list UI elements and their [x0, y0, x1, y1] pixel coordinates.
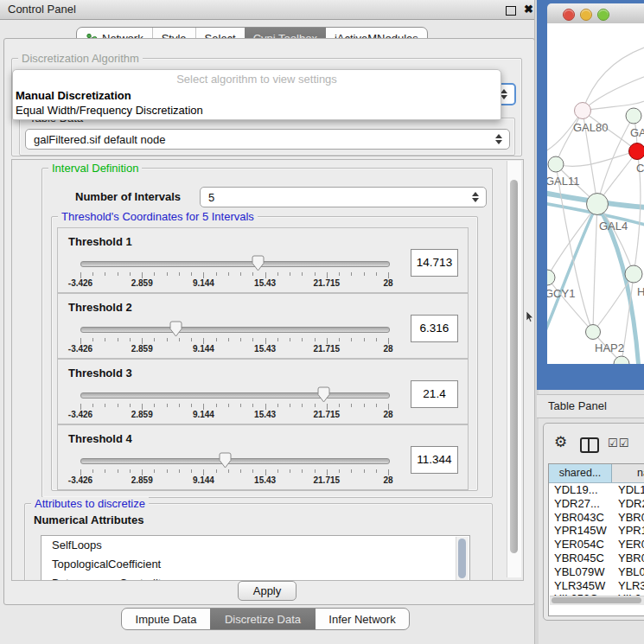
network-edge[interactable] — [593, 204, 597, 332]
network-view-window: GAL80GACGAL11GAL4GCY1HHAP2 — [537, 0, 644, 390]
table-row[interactable]: YBR045CYBR0 — [549, 552, 644, 565]
threshold-2-value-field[interactable]: 6.316 — [411, 315, 458, 342]
column-header-name-label: na — [637, 464, 644, 482]
table-row[interactable]: YLR345WYLR3 — [549, 579, 644, 593]
tab-infer-network[interactable]: Infer Network — [316, 609, 409, 629]
threshold-2-slider-track[interactable] — [80, 327, 390, 333]
list-item[interactable]: SelfLoops — [41, 536, 469, 555]
cell-shared-name: YBR045C — [554, 552, 604, 564]
network-edge[interactable] — [556, 111, 583, 164]
network-canvas[interactable]: GAL80GACGAL11GAL4GCY1HHAP2 — [547, 23, 644, 364]
threshold-4-slider-track[interactable] — [80, 458, 390, 464]
table-data-combobox[interactable]: galFiltered.sif default node — [25, 129, 510, 150]
threshold-3-slider-track[interactable] — [80, 392, 390, 399]
close-icon[interactable]: ✖ — [524, 3, 533, 16]
cell-shared-name: YBR043C — [554, 511, 604, 524]
table-row[interactable]: YER054CYER0 — [549, 538, 644, 552]
network-node-label: GAL80 — [573, 121, 608, 134]
table-data-group: Table Data galFiltered.sif default node — [19, 118, 515, 156]
tab-discretize-data[interactable]: Discretize Data — [210, 609, 316, 629]
control-panel: Control Panel ✖ Network Style Select Cyn… — [0, 0, 537, 644]
table-row[interactable]: YBL079WYBL0 — [549, 565, 644, 579]
network-node[interactable] — [547, 270, 555, 285]
list-item[interactable]: BetweennessCentrality — [41, 574, 469, 581]
gear-icon[interactable]: ⚙ — [554, 435, 567, 450]
cell-shared-name: YDR27... — [554, 497, 600, 510]
tab-discretize-data-label: Discretize Data — [225, 613, 301, 626]
threshold-4-label: Threshold 4 — [68, 432, 132, 445]
network-edge[interactable] — [556, 164, 593, 332]
network-node[interactable] — [586, 325, 601, 340]
threshold-3-slider-thumb[interactable] — [317, 386, 330, 403]
numerical-attributes-list[interactable]: SelfLoops TopologicalCoefficient Between… — [41, 535, 470, 581]
network-node[interactable] — [575, 103, 591, 119]
column-header-shared-name[interactable]: shared... — [549, 464, 612, 482]
column-header-name[interactable]: na — [612, 464, 644, 482]
zoom-traffic-light-icon[interactable] — [597, 9, 609, 21]
number-of-intervals-combobox[interactable]: 5 — [200, 187, 487, 207]
close-traffic-light-icon[interactable] — [563, 9, 575, 21]
threshold-1-label: Threshold 1 — [68, 235, 132, 248]
cell-name: YDR2 — [618, 497, 644, 510]
list-item[interactable]: TopologicalCoefficient — [41, 555, 469, 574]
table-row[interactable]: YDL19...YDL1 — [549, 483, 644, 497]
table-row[interactable]: YBR043CYBR0 — [549, 511, 644, 525]
float-window-icon[interactable] — [506, 6, 516, 16]
split-view-icon[interactable] — [580, 437, 599, 453]
threshold-4-slider-thumb[interactable] — [219, 452, 232, 469]
threshold-1-scale-labels: -3.4262.8599.14415.4321.71528 — [58, 278, 468, 289]
threshold-1-slider-thumb[interactable] — [252, 255, 265, 271]
apply-button[interactable]: Apply — [238, 581, 296, 601]
thresholds-group: Threshold's Coordinates for 5 Intervals … — [51, 216, 478, 491]
network-node[interactable] — [626, 108, 641, 124]
cell-name: YDL1 — [618, 483, 644, 496]
network-edge[interactable] — [583, 48, 644, 111]
table-horizontal-scrollbar[interactable] — [550, 596, 644, 605]
network-node-label: GCY1 — [547, 287, 575, 300]
threshold-4-value-field[interactable]: 11.344 — [411, 446, 458, 474]
minimize-traffic-light-icon[interactable] — [580, 9, 592, 21]
threshold-2-slider-thumb[interactable] — [169, 321, 182, 337]
combo-stepper-icon — [494, 133, 502, 145]
algorithm-hint-item[interactable]: Select algorithm to view settings — [13, 73, 501, 86]
cell-name: YBR0 — [618, 511, 644, 524]
network-edge[interactable] — [556, 151, 637, 166]
network-edge[interactable] — [547, 277, 593, 332]
table-row[interactable]: YPR145WYPR1 — [549, 524, 644, 538]
cell-shared-name: YER054C — [554, 538, 604, 551]
table-panel: ⚙ ☑☑ shared... na YDL19...YDL1YDR27...YD… — [543, 423, 644, 621]
threshold-3-scale-labels: -3.4262.8599.14415.4321.71528 — [58, 410, 468, 420]
number-of-intervals-label: Number of Intervals — [75, 190, 181, 203]
network-node[interactable] — [629, 143, 644, 160]
control-panel-titlebar: Control Panel ✖ — [0, 0, 537, 20]
attributes-group: Attributes to discretize Numerical Attri… — [24, 503, 493, 581]
interval-definition-group: Interval Definition Number of Intervals … — [41, 168, 493, 498]
table-row[interactable]: YDR27...YDR2 — [549, 497, 644, 511]
network-window-titlebar — [547, 3, 644, 24]
threshold-4-panel: Threshold 4 -3.4262.8599.14415.4321.7152… — [57, 424, 469, 490]
threshold-1-panel: Threshold 1 -3.4262.8599.14415.4321.7152… — [57, 227, 469, 293]
network-node-label: GA — [630, 126, 644, 139]
settings-vertical-scrollbar[interactable] — [507, 161, 521, 577]
network-edge[interactable] — [583, 75, 644, 111]
threshold-1-slider-track[interactable] — [80, 261, 390, 267]
network-node[interactable] — [548, 156, 564, 172]
tab-impute-data[interactable]: Impute Data — [122, 609, 210, 629]
node-table: shared... na YDL19...YDL1YDR27...YDR2YBR… — [548, 463, 644, 616]
algorithm-option-manual[interactable]: Manual Discretization — [16, 89, 131, 102]
mouse-cursor-icon — [526, 311, 534, 322]
threshold-4-scale-labels: -3.4262.8599.14415.4321.71528 — [58, 475, 468, 486]
network-node[interactable] — [625, 265, 642, 283]
table-rows: YDL19...YDL1YDR27...YDR2YBR043CYBR0YPR14… — [549, 483, 644, 606]
checkbox-icons[interactable]: ☑☑ — [608, 437, 629, 450]
cell-shared-name: YBL079W — [554, 565, 605, 578]
table-data-value: galFiltered.sif default node — [34, 133, 165, 146]
attributes-list-scrollbar[interactable] — [456, 537, 469, 581]
network-node[interactable] — [587, 194, 609, 215]
network-edge[interactable] — [547, 204, 597, 339]
algorithm-option-equal-width[interactable]: Equal Width/Frequency Discretization — [16, 104, 203, 117]
threshold-3-value-field[interactable]: 21.4 — [411, 380, 458, 408]
cell-name: YER0 — [618, 538, 644, 551]
threshold-1-value-field[interactable]: 14.713 — [411, 249, 458, 277]
threshold-2-panel: Threshold 2 -3.4262.8599.14415.4321.7152… — [57, 293, 469, 359]
